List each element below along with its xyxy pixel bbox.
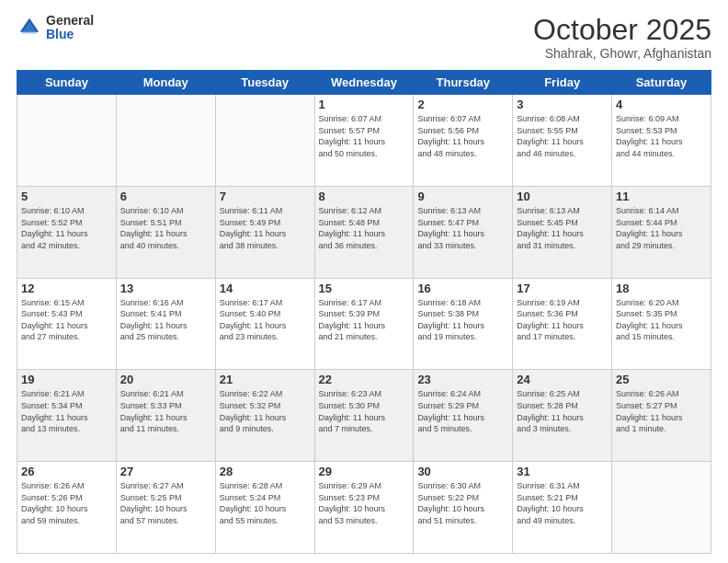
day-info: Sunrise: 6:26 AMSunset: 5:27 PMDaylight:…: [616, 388, 707, 434]
calendar-day-cell: 13Sunrise: 6:16 AMSunset: 5:41 PMDayligh…: [116, 278, 215, 370]
day-info: Sunrise: 6:17 AMSunset: 5:39 PMDaylight:…: [319, 297, 410, 343]
day-number: 25: [616, 373, 707, 386]
calendar-day-cell: 5Sunrise: 6:10 AMSunset: 5:52 PMDaylight…: [17, 186, 117, 278]
calendar-day-cell: 14Sunrise: 6:17 AMSunset: 5:40 PMDayligh…: [215, 278, 314, 370]
calendar-header-row: SundayMondayTuesdayWednesdayThursdayFrid…: [17, 71, 711, 95]
day-number: 5: [21, 190, 112, 203]
day-number: 14: [220, 282, 311, 295]
calendar-day-cell: 8Sunrise: 6:12 AMSunset: 5:48 PMDaylight…: [314, 186, 414, 278]
day-number: 12: [21, 282, 112, 295]
day-info: Sunrise: 6:16 AMSunset: 5:41 PMDaylight:…: [120, 297, 211, 343]
day-info: Sunrise: 6:17 AMSunset: 5:40 PMDaylight:…: [220, 297, 311, 343]
day-info: Sunrise: 6:23 AMSunset: 5:30 PMDaylight:…: [319, 388, 410, 434]
day-number: 11: [616, 190, 707, 203]
calendar-week-row: 26Sunrise: 6:26 AMSunset: 5:26 PMDayligh…: [17, 462, 711, 554]
day-info: Sunrise: 6:20 AMSunset: 5:35 PMDaylight:…: [616, 297, 707, 343]
day-number: 3: [517, 98, 608, 111]
month-title: October 2025: [533, 14, 711, 46]
calendar-day-cell: 23Sunrise: 6:24 AMSunset: 5:29 PMDayligh…: [414, 370, 513, 462]
day-info: Sunrise: 6:13 AMSunset: 5:47 PMDaylight:…: [417, 205, 508, 251]
day-info: Sunrise: 6:18 AMSunset: 5:38 PMDaylight:…: [417, 297, 508, 343]
day-number: 15: [319, 282, 410, 295]
calendar-day-header: Sunday: [17, 71, 117, 95]
calendar-day-cell: 22Sunrise: 6:23 AMSunset: 5:30 PMDayligh…: [314, 370, 414, 462]
calendar: SundayMondayTuesdayWednesdayThursdayFrid…: [17, 70, 711, 554]
calendar-day-cell: 4Sunrise: 6:09 AMSunset: 5:53 PMDaylight…: [612, 95, 711, 187]
calendar-day-header: Friday: [513, 71, 612, 95]
calendar-day-cell: [612, 462, 711, 554]
calendar-day-header: Monday: [116, 71, 215, 95]
calendar-day-cell: 31Sunrise: 6:31 AMSunset: 5:21 PMDayligh…: [513, 462, 612, 554]
calendar-day-cell: 30Sunrise: 6:30 AMSunset: 5:22 PMDayligh…: [414, 462, 513, 554]
day-info: Sunrise: 6:10 AMSunset: 5:52 PMDaylight:…: [21, 205, 112, 251]
calendar-day-cell: 17Sunrise: 6:19 AMSunset: 5:36 PMDayligh…: [513, 278, 612, 370]
day-info: Sunrise: 6:30 AMSunset: 5:22 PMDaylight:…: [417, 480, 508, 526]
calendar-day-cell: 28Sunrise: 6:28 AMSunset: 5:24 PMDayligh…: [215, 462, 314, 554]
day-info: Sunrise: 6:12 AMSunset: 5:48 PMDaylight:…: [319, 205, 410, 251]
calendar-day-header: Wednesday: [314, 71, 414, 95]
day-info: Sunrise: 6:28 AMSunset: 5:24 PMDaylight:…: [220, 480, 311, 526]
header-right: October 2025 Shahrak, Ghowr, Afghanistan: [533, 14, 711, 61]
calendar-week-row: 5Sunrise: 6:10 AMSunset: 5:52 PMDaylight…: [17, 186, 711, 278]
day-info: Sunrise: 6:09 AMSunset: 5:53 PMDaylight:…: [616, 113, 707, 159]
logo: General Blue: [17, 14, 94, 42]
day-info: Sunrise: 6:29 AMSunset: 5:23 PMDaylight:…: [319, 480, 410, 526]
calendar-day-cell: 18Sunrise: 6:20 AMSunset: 5:35 PMDayligh…: [612, 278, 711, 370]
calendar-day-cell: 6Sunrise: 6:10 AMSunset: 5:51 PMDaylight…: [116, 186, 215, 278]
day-info: Sunrise: 6:21 AMSunset: 5:33 PMDaylight:…: [120, 388, 211, 434]
day-number: 22: [319, 373, 410, 386]
day-info: Sunrise: 6:15 AMSunset: 5:43 PMDaylight:…: [21, 297, 112, 343]
day-number: 7: [220, 190, 311, 203]
day-info: Sunrise: 6:24 AMSunset: 5:29 PMDaylight:…: [417, 388, 508, 434]
day-number: 31: [517, 465, 608, 478]
day-info: Sunrise: 6:22 AMSunset: 5:32 PMDaylight:…: [220, 388, 311, 434]
header: General Blue October 2025 Shahrak, Ghowr…: [17, 14, 711, 61]
calendar-day-header: Tuesday: [215, 71, 314, 95]
day-info: Sunrise: 6:07 AMSunset: 5:56 PMDaylight:…: [417, 113, 508, 159]
day-number: 20: [120, 373, 211, 386]
day-number: 24: [517, 373, 608, 386]
calendar-day-cell: [116, 95, 215, 187]
day-number: 6: [120, 190, 211, 203]
day-number: 29: [319, 465, 410, 478]
calendar-day-cell: 24Sunrise: 6:25 AMSunset: 5:28 PMDayligh…: [513, 370, 612, 462]
calendar-day-cell: [17, 95, 117, 187]
day-info: Sunrise: 6:19 AMSunset: 5:36 PMDaylight:…: [517, 297, 608, 343]
day-number: 2: [417, 98, 508, 111]
calendar-day-cell: 3Sunrise: 6:08 AMSunset: 5:55 PMDaylight…: [513, 95, 612, 187]
calendar-day-cell: 7Sunrise: 6:11 AMSunset: 5:49 PMDaylight…: [215, 186, 314, 278]
day-info: Sunrise: 6:10 AMSunset: 5:51 PMDaylight:…: [120, 205, 211, 251]
day-number: 9: [417, 190, 508, 203]
logo-text: General Blue: [46, 14, 94, 42]
day-info: Sunrise: 6:14 AMSunset: 5:44 PMDaylight:…: [616, 205, 707, 251]
day-info: Sunrise: 6:25 AMSunset: 5:28 PMDaylight:…: [517, 388, 608, 434]
day-number: 8: [319, 190, 410, 203]
logo-general-text: General: [46, 14, 94, 28]
calendar-day-cell: 20Sunrise: 6:21 AMSunset: 5:33 PMDayligh…: [116, 370, 215, 462]
day-info: Sunrise: 6:08 AMSunset: 5:55 PMDaylight:…: [517, 113, 608, 159]
day-number: 10: [517, 190, 608, 203]
day-info: Sunrise: 6:13 AMSunset: 5:45 PMDaylight:…: [517, 205, 608, 251]
day-number: 1: [319, 98, 410, 111]
calendar-day-cell: 29Sunrise: 6:29 AMSunset: 5:23 PMDayligh…: [314, 462, 414, 554]
calendar-day-cell: 16Sunrise: 6:18 AMSunset: 5:38 PMDayligh…: [414, 278, 513, 370]
calendar-day-cell: 1Sunrise: 6:07 AMSunset: 5:57 PMDaylight…: [314, 95, 414, 187]
calendar-day-cell: 15Sunrise: 6:17 AMSunset: 5:39 PMDayligh…: [314, 278, 414, 370]
day-number: 16: [417, 282, 508, 295]
calendar-day-cell: 12Sunrise: 6:15 AMSunset: 5:43 PMDayligh…: [17, 278, 117, 370]
day-number: 27: [120, 465, 211, 478]
calendar-day-cell: 21Sunrise: 6:22 AMSunset: 5:32 PMDayligh…: [215, 370, 314, 462]
location: Shahrak, Ghowr, Afghanistan: [533, 46, 711, 61]
day-number: 18: [616, 282, 707, 295]
calendar-day-header: Saturday: [612, 71, 711, 95]
day-number: 4: [616, 98, 707, 111]
day-number: 21: [220, 373, 311, 386]
calendar-day-cell: 10Sunrise: 6:13 AMSunset: 5:45 PMDayligh…: [513, 186, 612, 278]
calendar-day-cell: 26Sunrise: 6:26 AMSunset: 5:26 PMDayligh…: [17, 462, 117, 554]
calendar-day-cell: 27Sunrise: 6:27 AMSunset: 5:25 PMDayligh…: [116, 462, 215, 554]
calendar-day-cell: 9Sunrise: 6:13 AMSunset: 5:47 PMDaylight…: [414, 186, 513, 278]
calendar-day-cell: 25Sunrise: 6:26 AMSunset: 5:27 PMDayligh…: [612, 370, 711, 462]
page: General Blue October 2025 Shahrak, Ghowr…: [0, 0, 728, 563]
calendar-day-cell: 11Sunrise: 6:14 AMSunset: 5:44 PMDayligh…: [612, 186, 711, 278]
logo-blue-text: Blue: [46, 28, 94, 41]
